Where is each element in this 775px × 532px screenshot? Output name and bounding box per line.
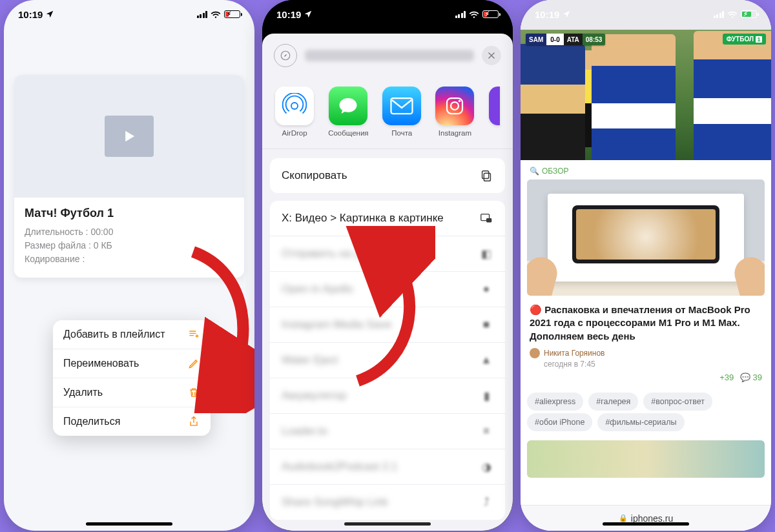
share-app-instagram[interactable]: Instagram bbox=[435, 87, 474, 137]
status-bar: 10:19 ⚡︎ bbox=[262, 0, 513, 28]
tag[interactable]: #вопрос-ответ bbox=[643, 393, 712, 411]
close-icon bbox=[487, 51, 496, 60]
channel-badge: ФУТБОЛ 1 bbox=[723, 34, 766, 45]
author-avatar bbox=[530, 348, 540, 358]
byline: Никита Горяинов bbox=[530, 348, 762, 358]
svg-rect-7 bbox=[482, 171, 489, 179]
menu-share[interactable]: Поделиться bbox=[53, 407, 211, 436]
share-url bbox=[305, 50, 474, 61]
menu-label: Переименовать bbox=[63, 358, 139, 369]
wifi-icon bbox=[727, 10, 738, 18]
svg-rect-6 bbox=[484, 173, 490, 181]
tag[interactable]: #aliexpress bbox=[527, 393, 583, 411]
pencil-icon bbox=[187, 357, 200, 370]
location-icon bbox=[45, 10, 54, 19]
trash-icon bbox=[187, 386, 200, 399]
safari-url-bar[interactable]: 🔒 iphones.ru bbox=[521, 505, 771, 531]
close-button[interactable] bbox=[482, 46, 501, 65]
app-label: Почта bbox=[382, 129, 421, 137]
upvotes[interactable]: +39 bbox=[719, 373, 734, 382]
share-header bbox=[262, 34, 513, 77]
team1: SAM bbox=[526, 34, 546, 45]
video-title: Матч! Футбол 1 bbox=[25, 207, 234, 220]
signal-icon bbox=[714, 11, 725, 18]
tag[interactable]: #обои iPhone bbox=[527, 413, 592, 431]
mail-icon bbox=[382, 87, 421, 125]
article-title-text: Распаковка и впечатления от MacBook Pro … bbox=[530, 304, 750, 342]
score: 0-0 bbox=[546, 34, 563, 45]
section-label: ОБЗОР bbox=[542, 167, 569, 176]
svg-point-4 bbox=[451, 102, 459, 110]
lock-icon: 🔒 bbox=[619, 514, 628, 522]
tag[interactable]: #галерея bbox=[588, 393, 638, 411]
svg-point-1 bbox=[291, 103, 298, 109]
action-blurred[interactable]: Share SongWhip Link⤴ bbox=[270, 485, 505, 520]
match-clock: 08:53 bbox=[583, 34, 606, 45]
action-blurred[interactable]: Отправить на устройство◧ bbox=[270, 236, 505, 272]
messages-icon bbox=[329, 87, 367, 125]
scorebug: SAM 0-0 ATA 08:53 bbox=[526, 34, 605, 45]
action-blurred[interactable]: Open in Apollo● bbox=[270, 272, 505, 307]
feed-image[interactable] bbox=[527, 440, 765, 478]
tags-row: #aliexpress #галерея #вопрос-ответ bbox=[521, 390, 771, 413]
tag[interactable]: #фильмы-сериалы bbox=[597, 413, 684, 431]
action-label: X: Видео > Картинка в картинке bbox=[282, 212, 444, 225]
status-time: 10:19 bbox=[535, 9, 559, 20]
action-blurred[interactable]: Instagram Media Save■ bbox=[270, 307, 505, 343]
pip-icon bbox=[479, 211, 493, 225]
pip-video[interactable]: SAM 0-0 ATA 08:53 ФУТБОЛ 1 bbox=[521, 30, 771, 160]
share-icon bbox=[187, 415, 200, 428]
wifi-icon bbox=[469, 10, 479, 18]
menu-rename[interactable]: Переименовать bbox=[53, 349, 211, 378]
channel-name: ФУТБОЛ bbox=[727, 36, 754, 43]
article-title[interactable]: 🔴 Распаковка и впечатления от MacBook Pr… bbox=[530, 303, 762, 343]
article-date: сегодня в 7:45 bbox=[544, 360, 595, 369]
status-time: 10:19 bbox=[276, 9, 301, 20]
share-app-messages[interactable]: Сообщения bbox=[328, 87, 368, 137]
action-pip[interactable]: X: Видео > Картинка в картинке bbox=[270, 201, 505, 236]
signal-icon bbox=[197, 11, 208, 18]
home-indicator[interactable] bbox=[86, 522, 172, 526]
action-blurred[interactable]: Audiobook2Podcast 2.1◑ bbox=[270, 449, 505, 485]
feed[interactable]: 🔍 ОБЗОР 🔴 Распаковка и впечатления от Ma… bbox=[521, 160, 771, 505]
action-copy[interactable]: Скопировать bbox=[270, 158, 505, 193]
filesize-value: 0 КБ bbox=[94, 240, 112, 251]
action-blurred[interactable]: Water Eject▲ bbox=[270, 343, 505, 378]
magnifier-icon: 🔍 bbox=[530, 167, 539, 176]
status-time: 10:19 bbox=[18, 9, 43, 20]
duration-value: 00:00 bbox=[90, 227, 113, 237]
action-blurred[interactable]: Аккумулятор▮ bbox=[270, 378, 505, 414]
video-thumbnail[interactable] bbox=[14, 75, 244, 198]
encoding-label: Кодирование : bbox=[25, 252, 234, 266]
home-indicator[interactable] bbox=[603, 522, 689, 526]
action-blurred[interactable]: Loader.to≡ bbox=[270, 414, 505, 449]
duration-label: Длительность : bbox=[25, 227, 88, 237]
home-indicator[interactable] bbox=[344, 522, 431, 526]
phone-2: 10:19 ⚡︎ bbox=[262, 0, 513, 531]
copy-icon bbox=[479, 169, 493, 183]
share-app-airdrop[interactable]: AirDrop bbox=[275, 87, 314, 137]
article-image[interactable] bbox=[527, 179, 765, 296]
author-name[interactable]: Никита Горяинов bbox=[544, 349, 604, 358]
share-app-mail[interactable]: Почта bbox=[382, 87, 421, 137]
context-menu: Добавить в плейлист Переименовать Удалит… bbox=[53, 320, 211, 436]
app-label: Сообщения bbox=[328, 129, 368, 137]
share-sheet: AirDrop Сообщения Почта bbox=[262, 34, 513, 531]
channel-number: 1 bbox=[756, 36, 762, 43]
status-bar: 10:19 ⚡︎ bbox=[521, 0, 771, 28]
comments[interactable]: 💬 39 bbox=[740, 373, 762, 382]
svg-rect-2 bbox=[391, 98, 413, 114]
share-apps-row[interactable]: AirDrop Сообщения Почта bbox=[262, 77, 513, 149]
play-icon bbox=[105, 116, 154, 157]
signal-icon bbox=[455, 11, 466, 18]
menu-add-to-playlist[interactable]: Добавить в плейлист bbox=[53, 320, 211, 349]
video-meta: Матч! Футбол 1 Длительность : 00:00 Разм… bbox=[14, 198, 244, 278]
filesize-label: Размер файла : bbox=[25, 240, 91, 251]
article-stats: +39 💬 39 bbox=[521, 373, 771, 390]
menu-delete[interactable]: Удалить bbox=[53, 378, 211, 407]
app-label: AirDrop bbox=[275, 129, 314, 137]
share-app-more[interactable] bbox=[489, 87, 500, 125]
video-card[interactable]: Матч! Футбол 1 Длительность : 00:00 Разм… bbox=[14, 75, 244, 278]
menu-label: Поделиться bbox=[63, 416, 120, 427]
playlist-add-icon bbox=[187, 328, 200, 341]
